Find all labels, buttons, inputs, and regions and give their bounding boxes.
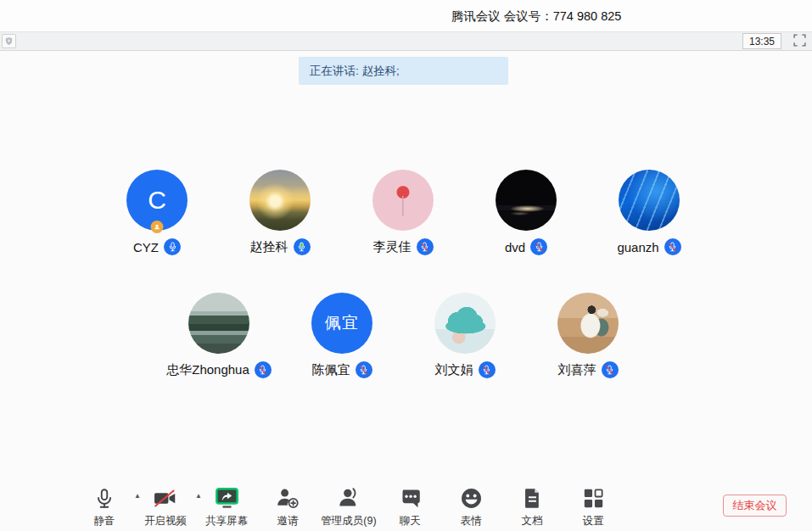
avatar-initials: 佩宜 — [325, 312, 359, 334]
participant-tile[interactable]: 刘喜萍 — [524, 293, 652, 378]
end-meeting-button[interactable]: 结束会议 — [723, 495, 787, 517]
speaking-banner: 正在讲话: 赵拴科; — [299, 57, 508, 85]
participant-name-row: guanzh — [585, 238, 713, 255]
settings-icon — [582, 486, 605, 511]
emoji-icon — [460, 486, 483, 511]
toolbar-item-chat[interactable]: 聊天 — [379, 484, 440, 528]
participant-name-row: 陈佩宜 — [278, 361, 406, 378]
mic-status-on-icon — [164, 238, 181, 255]
participant-tile[interactable]: dvd — [462, 170, 590, 255]
participant-name-row: 刘喜萍 — [524, 361, 652, 378]
avatar-image — [619, 170, 680, 231]
participant-tile[interactable]: 刘文娟 — [401, 293, 529, 378]
participant-tile[interactable]: 李灵佳 — [339, 170, 467, 255]
participant-name-row: 李灵佳 — [339, 238, 467, 255]
clock-display: 13:35 — [742, 33, 781, 49]
fullscreen-icon — [793, 34, 806, 50]
microphone-icon — [93, 486, 115, 511]
participant-name: guanzh — [617, 240, 658, 254]
meeting-window: 腾讯会议 会议号：774 980 825 13:35 正在讲话: 赵拴科; C … — [0, 0, 812, 531]
toolbar-item-members[interactable]: 管理成员(9) — [318, 484, 379, 528]
participant-name-row: 赵拴科 — [216, 238, 344, 255]
mic-status-muted-icon — [255, 361, 272, 378]
participant-name: 李灵佳 — [373, 239, 412, 255]
shield-icon — [4, 34, 14, 49]
avatar-initials: C — [148, 186, 166, 215]
participant-name-row: dvd — [462, 238, 590, 255]
chat-icon — [399, 486, 422, 511]
participant-tile[interactable]: guanzh — [585, 170, 713, 255]
mic-status-muted-icon — [602, 361, 619, 378]
avatar-image — [249, 170, 311, 231]
share-screen-icon — [215, 486, 239, 511]
participant-avatar — [188, 293, 249, 354]
toolbar-item-video[interactable]: 开启视频 ▲ — [135, 484, 196, 528]
avatar-image — [496, 170, 557, 231]
participant-name-row: 忠华Zhonghua — [155, 361, 283, 378]
participant-name: 刘喜萍 — [558, 362, 596, 378]
toolbar-item-mute[interactable]: 静音 ▲ — [74, 484, 135, 528]
toolbar-item-share[interactable]: 共享屏幕 — [196, 484, 257, 528]
participant-name: 忠华Zhonghua — [166, 362, 249, 378]
bottom-toolbar: 静音 ▲ 开启视频 ▲ 共享屏幕 邀请 管理成员(9) 聊天 表情 文档 设置 — [74, 484, 624, 528]
window-header: 腾讯会议 会议号：774 980 825 — [0, 0, 812, 31]
participant-avatar — [619, 170, 680, 231]
participant-tile[interactable]: 赵拴科 — [216, 170, 344, 255]
mic-status-muted-icon — [417, 238, 434, 255]
participant-name: 赵拴科 — [250, 239, 288, 255]
members-icon — [337, 486, 361, 511]
avatar-image — [188, 293, 249, 354]
participant-avatar: C — [126, 170, 188, 231]
security-shield-button[interactable] — [2, 34, 16, 48]
participant-tile[interactable]: C CYZ — [93, 170, 221, 255]
participant-avatar — [557, 293, 619, 354]
meeting-title: 腾讯会议 会议号：774 980 825 — [451, 8, 622, 25]
mic-status-muted-icon — [479, 361, 496, 378]
toolbar-item-emoji[interactable]: 表情 — [440, 484, 501, 528]
avatar-image — [557, 293, 619, 354]
avatar-image — [372, 170, 434, 231]
participant-tile[interactable]: 忠华Zhonghua — [155, 293, 283, 378]
mic-status-speaking-icon — [294, 238, 311, 255]
participant-name-row: 刘文娟 — [401, 361, 529, 378]
participant-name-row: CYZ — [93, 238, 221, 255]
invite-icon — [276, 486, 300, 511]
participant-name: CYZ — [133, 240, 159, 254]
participant-avatar — [372, 170, 434, 231]
toolbar-item-settings[interactable]: 设置 — [563, 484, 624, 528]
toolbar-item-docs[interactable]: 文档 — [501, 484, 563, 528]
participant-name: 陈佩宜 — [312, 362, 350, 378]
document-icon — [521, 486, 544, 511]
avatar-image — [434, 293, 496, 354]
participant-avatar — [434, 293, 496, 354]
fullscreen-button[interactable] — [792, 35, 806, 48]
status-strip: 13:35 — [0, 31, 812, 51]
mic-status-muted-icon — [356, 361, 372, 378]
participant-avatar — [496, 170, 557, 231]
participant-avatar: 佩宜 — [311, 293, 372, 354]
participant-avatar — [249, 170, 311, 231]
participant-tile[interactable]: 佩宜 陈佩宜 — [278, 293, 406, 378]
mic-status-muted-icon — [530, 238, 547, 255]
mic-status-muted-icon — [664, 238, 681, 255]
participant-name: 刘文娟 — [435, 362, 473, 378]
host-badge-icon — [151, 221, 164, 233]
toolbar-item-invite[interactable]: 邀请 — [257, 484, 318, 528]
camera-off-icon — [153, 486, 178, 511]
participant-name: dvd — [505, 240, 525, 254]
